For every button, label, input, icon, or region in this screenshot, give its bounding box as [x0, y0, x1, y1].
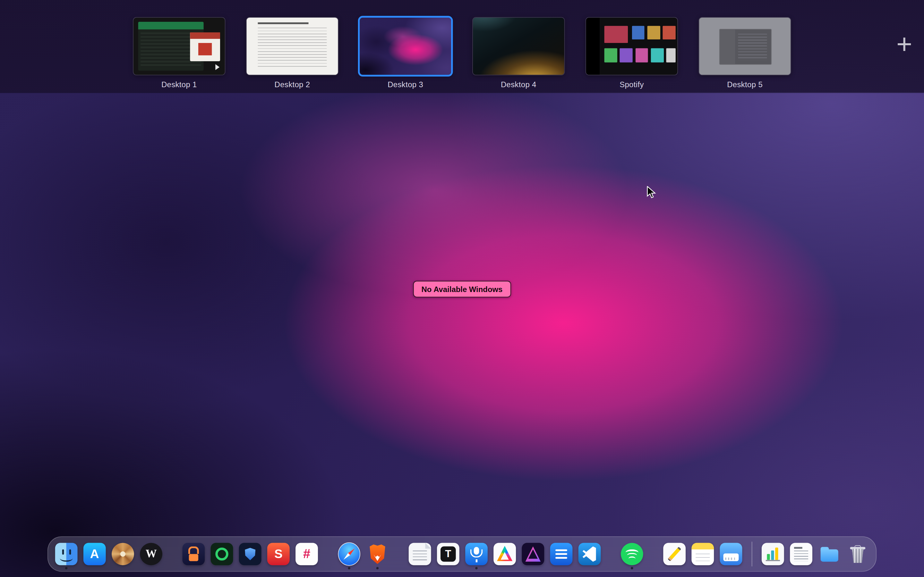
dock-item-numbers[interactable]: [762, 543, 784, 565]
mouse-cursor: [646, 186, 658, 199]
side-card-header: [190, 32, 220, 39]
pages-doc-icon: [790, 543, 813, 565]
spaces-bar: Desktop 1 Desktop 2 Desktop 3 Desktop 4: [0, 0, 924, 92]
dock-item-pinwheel-app[interactable]: [111, 543, 134, 565]
no-available-windows-message: No Available Windows: [413, 281, 511, 297]
side-card-image: [199, 43, 212, 55]
window-content: [738, 34, 767, 60]
app-store-icon: A: [83, 543, 106, 565]
slack-icon: #: [296, 543, 318, 565]
ring-icon: [211, 543, 233, 565]
window-app-icon: [720, 543, 742, 565]
t-square: T: [441, 546, 456, 562]
shield-shape: [245, 548, 255, 560]
microphone-icon: [465, 543, 488, 565]
spreadsheet-toolbar: [138, 22, 204, 30]
lock-icon: [182, 543, 205, 565]
space-label: Desktop 1: [134, 80, 225, 89]
spotify-wave: [628, 556, 636, 561]
app-window: [719, 29, 772, 65]
spotify-icon: [621, 543, 643, 565]
pencil-icon: [663, 543, 686, 565]
desktop-3-thumbnail[interactable]: [360, 18, 451, 75]
dock-item-vscode[interactable]: [578, 543, 601, 565]
desktop-2-thumbnail[interactable]: [247, 18, 338, 75]
space-desktop-4[interactable]: Desktop 4: [473, 18, 564, 89]
trash-icon: [846, 543, 869, 565]
numbers-icon: [762, 543, 784, 565]
window-sidebar: [720, 30, 735, 64]
desktop-5-thumbnail[interactable]: [699, 18, 790, 75]
trash-lid: [850, 547, 865, 549]
brave-shield: [369, 544, 386, 564]
dock-item-notes-app[interactable]: [691, 543, 714, 565]
s-glyph: S: [274, 547, 283, 561]
dock-item-window-app[interactable]: [720, 543, 742, 565]
space-spotify[interactable]: Spotify: [586, 18, 678, 89]
dock-item-ring-app[interactable]: [211, 543, 233, 565]
album-tile: [663, 26, 676, 39]
dock-item-brave[interactable]: [367, 543, 389, 565]
desktop-1-thumbnail[interactable]: [134, 18, 225, 75]
space-desktop-3[interactable]: Desktop 3: [360, 18, 451, 89]
dock-item-s-app[interactable]: S: [267, 543, 290, 565]
mic-arc: [470, 550, 483, 558]
chart-bar: [767, 554, 770, 560]
notes-icon: [691, 543, 714, 565]
space-desktop-2[interactable]: Desktop 2: [247, 18, 338, 89]
album-tile: [620, 48, 633, 62]
dock-divider: [752, 542, 752, 566]
trash-can: [851, 549, 864, 563]
dock-item-microphone-app[interactable]: [465, 543, 488, 565]
add-space-button[interactable]: +: [897, 31, 912, 58]
dock-item-spotify[interactable]: [621, 543, 643, 565]
folder-icon: [818, 543, 841, 565]
space-desktop-5[interactable]: Desktop 5: [699, 18, 790, 89]
dock-item-pages-doc[interactable]: [790, 543, 813, 565]
dock-item-document-app[interactable]: [409, 543, 431, 565]
vscode-icon: [578, 543, 601, 565]
affinity-icon: [522, 543, 544, 565]
dock-item-slack[interactable]: #: [296, 543, 318, 565]
safari-icon: [338, 542, 360, 566]
dock-item-w-app[interactable]: W: [140, 543, 162, 565]
dock-item-folder[interactable]: [818, 543, 841, 565]
finder-icon: [55, 543, 78, 565]
album-tile: [604, 26, 628, 43]
album-tile: [651, 48, 664, 62]
dock-item-shield-app[interactable]: [239, 543, 262, 565]
mission-control-screen: No Available Windows Desktop 1: [0, 0, 924, 577]
s-app-icon: S: [267, 543, 290, 565]
dock-item-text-editor[interactable]: T: [437, 543, 459, 565]
dock-item-trash[interactable]: [846, 543, 869, 565]
album-tile: [647, 26, 660, 39]
folder-body: [821, 550, 838, 562]
album-tile: [604, 48, 617, 62]
window-shape: [724, 554, 739, 561]
lock-shackle: [188, 546, 199, 554]
pinwheel-app-icon: [111, 543, 134, 565]
compass-needle: [342, 548, 356, 561]
space-label: Desktop 4: [473, 80, 564, 89]
album-tile: [635, 48, 648, 62]
vscode-ribbon: [582, 546, 598, 562]
dock-item-lock-app[interactable]: [182, 543, 205, 565]
dock-item-affinity-app[interactable]: [522, 543, 544, 565]
space-label: Desktop 3: [360, 80, 451, 89]
dock-item-app-store[interactable]: A: [83, 543, 106, 565]
dock-item-finder[interactable]: [55, 543, 78, 565]
lock-body: [189, 554, 198, 561]
w-glyph: W: [145, 548, 157, 560]
w-app-icon: W: [140, 543, 162, 565]
desktop-4-thumbnail[interactable]: [473, 18, 564, 75]
dock-item-align-lines-app[interactable]: [550, 543, 573, 565]
dock-item-pencil-app[interactable]: [663, 543, 686, 565]
dock-item-safari[interactable]: [338, 543, 360, 565]
chart-bar: [771, 550, 774, 560]
slack-glyph: #: [303, 546, 310, 562]
dock-item-paint-app[interactable]: [493, 543, 516, 565]
space-desktop-1[interactable]: Desktop 1: [134, 18, 225, 89]
spotify-thumbnail[interactable]: [586, 18, 678, 75]
dock: A W S #: [47, 536, 877, 572]
chart-bar: [775, 548, 778, 560]
